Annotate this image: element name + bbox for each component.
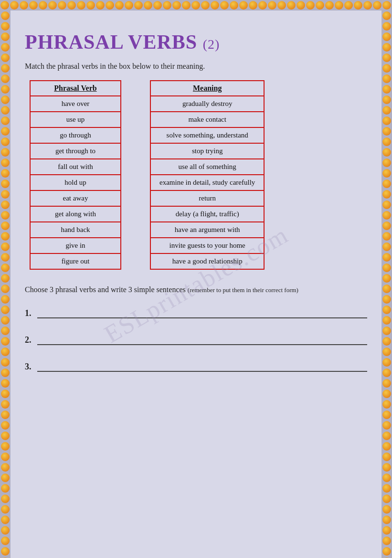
writing-instruction: Choose 3 phrasal verbs and write 3 simpl… bbox=[25, 284, 367, 295]
border-left bbox=[0, 11, 11, 558]
meaning-cell-0: gradually destroy bbox=[150, 96, 264, 112]
sentence-line-1: 1. bbox=[25, 305, 367, 318]
pv-cell-1: use up bbox=[30, 112, 121, 127]
line-number-2: 2. bbox=[25, 335, 32, 345]
meaning-cell-7: delay (a flight, traffic) bbox=[150, 206, 264, 222]
meaning-cell-1: make contact bbox=[150, 112, 264, 127]
writing-section: Choose 3 phrasal verbs and write 3 simpl… bbox=[25, 284, 367, 372]
sentence-line-3: 3. bbox=[25, 358, 367, 372]
phrasal-verb-table: Phrasal Verb have overuse upgo throughge… bbox=[30, 80, 121, 270]
writing-note: (remember to put them in their correct f… bbox=[188, 286, 298, 294]
tables-wrapper: Phrasal Verb have overuse upgo throughge… bbox=[25, 80, 367, 270]
pv-cell-5: hold up bbox=[30, 175, 121, 190]
pv-cell-3: get through to bbox=[30, 143, 121, 159]
pv-header: Phrasal Verb bbox=[30, 81, 121, 96]
page: ESLprintables.com PHRASAL VERBS (2) Matc… bbox=[0, 0, 392, 558]
meaning-cell-5: examine in detail, study carefully bbox=[150, 175, 264, 190]
meaning-cell-6: return bbox=[150, 190, 264, 206]
pv-cell-4: fall out with bbox=[30, 159, 121, 175]
title-main: PHRASAL VERBS bbox=[25, 31, 197, 53]
meaning-cell-8: have an argument with bbox=[150, 222, 264, 238]
meaning-cell-2: solve something, understand bbox=[150, 127, 264, 143]
line-number-1: 1. bbox=[25, 308, 32, 318]
pv-cell-8: hand back bbox=[30, 222, 121, 238]
sentence-input-3[interactable] bbox=[37, 358, 368, 372]
page-title: PHRASAL VERBS (2) bbox=[25, 31, 367, 53]
meaning-cell-4: use all of something bbox=[150, 159, 264, 175]
meaning-table: Meaning gradually destroymake contactsol… bbox=[150, 80, 265, 270]
meaning-cell-9: invite guests to your home bbox=[150, 238, 264, 253]
sentence-input-2[interactable] bbox=[37, 332, 368, 345]
pv-cell-7: get along with bbox=[30, 206, 121, 222]
pv-cell-0: have over bbox=[30, 96, 121, 112]
meaning-cell-10: have a good relationship bbox=[150, 253, 264, 269]
title-sub: (2) bbox=[203, 37, 220, 52]
meaning-cell-3: stop trying bbox=[150, 143, 264, 159]
pv-cell-9: give in bbox=[30, 238, 121, 253]
meaning-header: Meaning bbox=[150, 81, 264, 96]
border-right bbox=[381, 11, 392, 558]
sentence-line-2: 2. bbox=[25, 332, 367, 345]
content: ESLprintables.com PHRASAL VERBS (2) Matc… bbox=[11, 21, 381, 558]
sentence-input-1[interactable] bbox=[37, 305, 368, 318]
pv-cell-6: eat away bbox=[30, 190, 121, 206]
pv-cell-10: figure out bbox=[30, 253, 121, 269]
line-number-3: 3. bbox=[25, 362, 32, 372]
pv-cell-2: go through bbox=[30, 127, 121, 143]
border-top bbox=[0, 0, 392, 11]
instruction-text: Match the phrasal verbs in the box below… bbox=[25, 62, 367, 71]
writing-instruction-main: Choose 3 phrasal verbs and write 3 simpl… bbox=[25, 285, 186, 294]
